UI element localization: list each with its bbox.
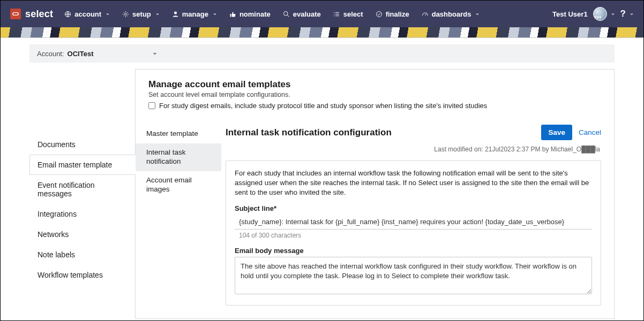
nav-item-setup[interactable]: setup <box>122 10 160 18</box>
digest-checkbox-label: For study digest emails, include study p… <box>159 102 487 110</box>
email-body-textarea[interactable] <box>235 257 592 294</box>
side-nav-item-networks[interactable]: Networks <box>29 224 136 244</box>
nav-label: finalize <box>386 10 409 18</box>
svg-point-6 <box>334 13 334 14</box>
chevron-down-icon <box>152 51 158 56</box>
detail-description: For each study that includes an internal… <box>235 169 592 198</box>
page-header: Manage account email templates Set accou… <box>136 79 614 117</box>
side-nav: Documents Email master template Event no… <box>29 134 136 285</box>
chevron-down-icon <box>155 12 160 16</box>
account-selector[interactable]: Account: OCITest <box>29 44 615 63</box>
page-subtitle: Set account level email template configu… <box>148 91 601 98</box>
svg-point-7 <box>334 16 334 16</box>
list-icon <box>333 10 341 18</box>
chevron-down-icon <box>611 12 615 16</box>
nav-item-dashboards[interactable]: dashboards <box>421 10 480 18</box>
svg-point-8 <box>376 11 381 17</box>
current-user-name: Test User1 <box>552 10 588 18</box>
nav-label: setup <box>132 10 151 18</box>
user-menu[interactable] <box>593 7 615 21</box>
nav-items: account setup manage nominate <box>64 10 480 18</box>
account-label: Account: <box>37 50 64 58</box>
save-button[interactable]: Save <box>541 125 572 140</box>
nav-item-manage[interactable]: manage <box>171 10 217 18</box>
nav-label: dashboards <box>432 10 471 18</box>
thumbs-up-icon <box>229 10 237 18</box>
nav-label: account <box>74 10 101 18</box>
side-nav-item-documents[interactable]: Documents <box>29 134 136 155</box>
template-sub-nav: Master template Internal task notificati… <box>136 120 221 305</box>
gauge-icon <box>421 10 429 18</box>
nav-right: Test User1 ? <box>552 7 634 21</box>
nav-item-nominate[interactable]: nominate <box>229 10 271 18</box>
svg-point-2 <box>125 13 127 15</box>
svg-point-4 <box>283 11 288 16</box>
subject-char-counter: 104 of 300 characters <box>239 232 592 239</box>
gear-icon <box>122 10 130 18</box>
subject-line-label: Subject line* <box>235 204 592 212</box>
email-body-label: Email body message <box>235 247 592 255</box>
chevron-down-icon <box>630 12 634 16</box>
svg-point-3 <box>174 11 177 14</box>
person-icon <box>171 10 179 18</box>
avatar-icon <box>593 7 607 21</box>
help-icon: ? <box>620 9 626 19</box>
page-title: Manage account email templates <box>148 79 601 90</box>
check-circle-icon <box>375 10 383 18</box>
nav-item-select[interactable]: select <box>333 10 363 18</box>
cancel-button[interactable]: Cancel <box>579 128 601 136</box>
detail-actions: Save Cancel <box>541 125 601 140</box>
side-nav-item-note-labels[interactable]: Note labels <box>29 244 136 265</box>
sub-nav-master-template[interactable]: Master template <box>136 125 221 143</box>
nav-item-evaluate[interactable]: evaluate <box>282 10 321 18</box>
top-nav: select account setup manage <box>1 1 643 27</box>
nav-label: nominate <box>239 10 271 18</box>
search-icon <box>282 10 290 18</box>
side-nav-item-email-master-template[interactable]: Email master template <box>29 155 136 175</box>
brand-text: select <box>25 9 53 20</box>
side-nav-item-integrations[interactable]: Integrations <box>29 204 136 224</box>
nav-item-account[interactable]: account <box>64 10 110 18</box>
nav-label: manage <box>182 10 208 18</box>
chevron-down-icon <box>106 12 110 16</box>
account-value: OCITest <box>68 50 94 58</box>
help-menu[interactable]: ? <box>620 9 634 19</box>
detail-header: Internal task notification configuration… <box>226 125 601 140</box>
content-row: Master template Internal task notificati… <box>136 117 614 305</box>
svg-rect-0 <box>13 13 19 16</box>
side-nav-item-workflow-templates[interactable]: Workflow templates <box>29 265 136 285</box>
decorative-stripe <box>1 27 643 38</box>
globe-icon <box>64 10 72 18</box>
detail-body: For each study that includes an internal… <box>226 160 601 305</box>
sub-nav-account-email-images[interactable]: Account email images <box>136 171 221 199</box>
chevron-down-icon <box>213 12 217 16</box>
digest-checkbox-row[interactable]: For study digest emails, include study p… <box>148 102 601 110</box>
detail-pane: Internal task notification configuration… <box>221 120 601 305</box>
detail-title: Internal task notification configuration <box>226 127 392 138</box>
content-panel: Manage account email templates Set accou… <box>135 69 615 319</box>
brand-logo-icon <box>10 9 21 19</box>
nav-label: evaluate <box>293 10 321 18</box>
chevron-down-icon <box>475 12 480 16</box>
nav-label: select <box>343 10 363 18</box>
side-nav-item-event-notification-messages[interactable]: Event notification messages <box>29 175 136 204</box>
last-modified-text: Last modified on: 21Jul2023 2:37 PM by M… <box>226 146 600 153</box>
nav-item-finalize[interactable]: finalize <box>375 10 409 18</box>
sub-nav-internal-task-notification[interactable]: Internal task notification <box>136 143 221 171</box>
side-nav-column: Documents Email master template Event no… <box>29 69 136 319</box>
brand[interactable]: select <box>10 9 53 20</box>
digest-checkbox[interactable] <box>148 102 155 109</box>
main-content: Documents Email master template Event no… <box>1 69 643 319</box>
subject-line-input[interactable] <box>235 215 592 230</box>
svg-point-5 <box>334 12 334 12</box>
